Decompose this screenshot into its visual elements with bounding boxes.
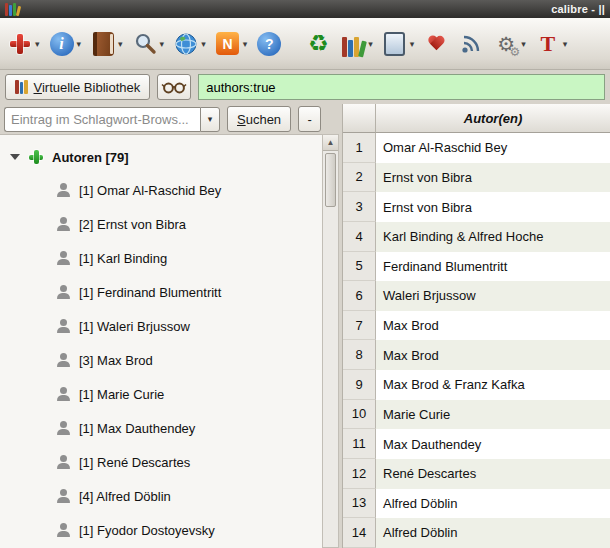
tag-item[interactable]: [3] Max Brod — [0, 343, 322, 377]
chevron-down-icon[interactable]: ▾ — [77, 39, 82, 49]
table-row[interactable]: 4 Karl Binding & Alfred Hoche — [343, 222, 610, 252]
view-book-button[interactable]: ▾ — [90, 31, 123, 57]
add-books-icon — [7, 31, 33, 57]
tag-search-button[interactable]: Suchen — [227, 106, 291, 132]
connect-share-icon — [458, 31, 484, 57]
plus-icon — [28, 149, 44, 165]
tag-item[interactable]: [1] Waleri Brjussow — [0, 309, 322, 343]
table-row[interactable]: 5 Ferdinand Blumentritt — [343, 252, 610, 282]
table-row[interactable]: 13 Alfred Döblin — [343, 489, 610, 519]
table-row[interactable]: 8 Max Brod — [343, 340, 610, 370]
tag-browser-controls: ▾ Suchen - — [0, 104, 342, 134]
virtual-library-button[interactable]: Virtuelle Bibliothek — [5, 74, 150, 100]
table-row[interactable]: 10 Marie Curie — [343, 400, 610, 430]
table-row[interactable]: 1 Omar Al-Raschid Bey — [343, 133, 610, 163]
tag-item[interactable]: [1] Marie Curie — [0, 377, 322, 411]
template-button[interactable]: T ▾ — [535, 31, 568, 57]
author-cell: Alfred Döblin — [376, 489, 610, 519]
tag-item[interactable]: [1] Ferdinand Blumentritt — [0, 275, 322, 309]
connect-share-button[interactable] — [458, 31, 484, 57]
row-number-header[interactable] — [343, 104, 376, 133]
row-number-cell: 9 — [343, 370, 376, 400]
author-person-icon — [57, 387, 70, 401]
tag-item[interactable]: [1] René Descartes — [0, 445, 322, 479]
search-input[interactable] — [198, 74, 605, 100]
tag-root-authors[interactable]: Autoren [79] — [0, 141, 322, 173]
row-number-cell: 8 — [343, 340, 376, 370]
chevron-down-icon[interactable]: ▾ — [35, 39, 40, 49]
tag-item[interactable]: [1] Fyodor Dostoyevsky — [0, 513, 322, 547]
author-cell: Ernst von Bibra — [376, 192, 610, 222]
author-cell: Alfred Döblin — [376, 518, 610, 548]
table-row[interactable]: 14 Alfred Döblin — [343, 518, 610, 548]
scrollbar-thumb[interactable] — [325, 153, 336, 207]
chevron-down-icon[interactable]: ▾ — [118, 39, 123, 49]
help-button[interactable]: ? — [256, 31, 282, 57]
table-row[interactable]: 2 Ernst von Bibra — [343, 163, 610, 193]
main-toolbar: ▾ i ▾ ▾ ▾ ▾ N ▾ ? ♻ ▾ ▾ — [0, 18, 610, 70]
author-cell: Ernst von Bibra — [376, 163, 610, 193]
author-person-icon — [57, 251, 70, 265]
tag-item[interactable]: [1] Max Dauthendey — [0, 411, 322, 445]
author-cell: Ferdinand Blumentritt — [376, 252, 610, 282]
search-options-button[interactable] — [157, 74, 191, 100]
glasses-icon — [161, 77, 187, 98]
tag-item[interactable]: [1] Karl Binding — [0, 241, 322, 275]
library-icon — [15, 80, 28, 94]
chevron-down-icon[interactable]: ▾ — [521, 39, 526, 49]
library-button[interactable]: ▾ — [340, 31, 373, 57]
chevron-down-icon[interactable]: ▾ — [410, 39, 415, 49]
title-bar: calibre - || — [0, 0, 610, 18]
tag-browser-scrollbar[interactable]: ▲ — [322, 134, 339, 548]
heart-icon — [423, 31, 449, 57]
convert-books-button[interactable]: ♻ — [305, 31, 331, 57]
tag-item-label: [1] Karl Binding — [79, 251, 167, 266]
edit-metadata-button[interactable]: i ▾ — [49, 31, 82, 57]
template-t-icon: T — [535, 31, 561, 57]
tag-item[interactable]: [2] Ernst von Bibra — [0, 207, 322, 241]
chevron-down-icon[interactable]: ▾ — [200, 107, 220, 132]
tree-expand-icon[interactable] — [10, 154, 20, 160]
virtual-library-label: Virtuelle Bibliothek — [34, 80, 141, 95]
tag-item[interactable]: [4] Alfred Döblin — [0, 479, 322, 513]
fetch-news-button[interactable]: N ▾ — [215, 31, 248, 57]
table-row[interactable]: 11 Max Dauthendey — [343, 429, 610, 459]
author-column-header[interactable]: Autor(en) — [376, 104, 610, 133]
tag-filter-input[interactable] — [4, 107, 200, 132]
library-books-icon — [340, 31, 366, 57]
globe-icon — [173, 31, 199, 57]
table-row[interactable]: 7 Max Brod — [343, 311, 610, 341]
chevron-down-icon[interactable]: ▾ — [243, 39, 248, 49]
table-row[interactable]: 6 Waleri Brjussow — [343, 281, 610, 311]
chevron-down-icon[interactable]: ▾ — [160, 39, 165, 49]
tag-item[interactable]: [1] Omar Al-Raschid Bey — [0, 173, 322, 207]
news-icon: N — [215, 31, 241, 57]
row-number-cell: 5 — [343, 252, 376, 282]
table-row[interactable]: 9 Max Brod & Franz Kafka — [343, 370, 610, 400]
tag-item-label: [1] Waleri Brjussow — [79, 319, 190, 334]
chevron-down-icon[interactable]: ▾ — [563, 39, 568, 49]
device-button[interactable]: ▾ — [382, 31, 415, 57]
get-books-button[interactable]: ▾ — [173, 31, 206, 57]
add-books-button[interactable]: ▾ — [7, 31, 40, 57]
donate-button[interactable] — [423, 31, 449, 57]
table-row[interactable]: 12 René Descartes — [343, 459, 610, 489]
author-cell: Max Brod — [376, 340, 610, 370]
search-icon — [132, 31, 158, 57]
chevron-down-icon[interactable]: ▾ — [368, 39, 373, 49]
scroll-up-icon[interactable]: ▲ — [323, 135, 338, 151]
collapse-button[interactable]: - — [298, 106, 321, 132]
book-icon — [90, 31, 116, 57]
author-cell: Marie Curie — [376, 400, 610, 430]
author-cell: Max Dauthendey — [376, 429, 610, 459]
row-number-cell: 3 — [343, 192, 376, 222]
author-person-icon — [57, 455, 70, 469]
tag-item-label: [1] Ferdinand Blumentritt — [79, 285, 221, 300]
author-person-icon — [57, 523, 70, 537]
preferences-button[interactable]: ⚙⚙ ▾ — [493, 31, 526, 57]
chevron-down-icon[interactable]: ▾ — [201, 39, 206, 49]
table-row[interactable]: 3 Ernst von Bibra — [343, 192, 610, 222]
library-search-bar: Virtuelle Bibliothek — [0, 70, 610, 104]
search-button[interactable]: ▾ — [132, 31, 165, 57]
tag-filter-combo: ▾ — [4, 107, 220, 132]
